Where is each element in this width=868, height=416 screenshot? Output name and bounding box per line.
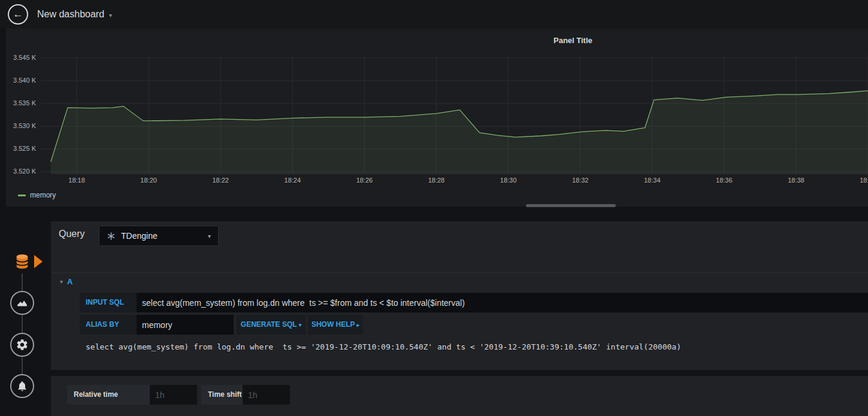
time-shift-input[interactable] <box>243 385 290 405</box>
x-axis-label: 18:26 <box>346 177 382 185</box>
generate-sql-label: GENERATE SQL <box>241 320 297 329</box>
collapse-caret-icon[interactable]: ▾ <box>60 278 63 285</box>
generated-sql-text: select avg(mem_system) from log.dn where… <box>86 342 681 351</box>
legend-color-dash <box>18 195 26 196</box>
dashboard-title-label: New dashboard <box>37 9 104 19</box>
x-axis-label: 18:32 <box>562 177 598 185</box>
database-icon <box>14 253 31 270</box>
x-axis-label: 18:28 <box>418 177 454 185</box>
y-axis-label: 3.535 K <box>6 99 36 108</box>
datasource-picker[interactable]: TDengine ▾ <box>99 226 219 246</box>
chevron-down-icon: ▾ <box>299 322 302 328</box>
x-axis-label: 18:40 <box>850 177 868 185</box>
x-axis-label: 18:18 <box>59 177 95 185</box>
legend-series-toggle[interactable]: memory <box>18 191 56 199</box>
top-navbar: ← New dashboard▾ <box>0 0 868 29</box>
graph-panel: Panel Title memory 3.545 K3.540 K3.535 K… <box>6 29 868 207</box>
back-button[interactable]: ← <box>8 4 28 25</box>
tab-queries[interactable] <box>10 250 34 274</box>
show-help-button[interactable]: SHOW HELP▸ <box>308 315 363 335</box>
datasource-name: TDengine <box>121 231 208 241</box>
panel-title[interactable]: Panel Title <box>554 36 592 45</box>
dashboard-title[interactable]: New dashboard▾ <box>37 0 112 29</box>
tab-general[interactable] <box>10 333 34 357</box>
gear-icon <box>16 338 29 351</box>
input-sql-label: INPUT SQL <box>80 293 137 312</box>
x-axis-label: 18:38 <box>778 177 814 185</box>
tab-alert[interactable] <box>10 374 34 398</box>
query-ref-id: A <box>67 277 72 286</box>
x-axis-label: 18:34 <box>634 177 670 185</box>
alias-by-field[interactable] <box>137 315 234 335</box>
y-axis-label: 3.540 K <box>6 77 36 85</box>
time-options-section: Relative time Time shift <box>51 376 868 416</box>
time-series-chart[interactable] <box>41 54 868 177</box>
graph-icon <box>16 296 29 309</box>
input-sql-field[interactable] <box>137 293 868 312</box>
relative-time-label: Relative time <box>67 385 150 405</box>
back-arrow-icon: ← <box>13 8 23 20</box>
y-axis-label: 3.525 K <box>6 145 36 153</box>
show-help-label: SHOW HELP <box>311 320 355 329</box>
chevron-right-icon: ▸ <box>357 322 360 328</box>
query-row-header[interactable]: ▾ A <box>51 272 868 290</box>
y-axis-label: 3.545 K <box>6 54 36 62</box>
query-editor-section: Query TDengine ▾ ▾ A INPUT SQL ALIAS BY … <box>51 221 868 370</box>
y-axis-label: 3.530 K <box>6 122 36 130</box>
y-axis-label: 3.520 K <box>6 168 36 176</box>
x-axis-label: 18:22 <box>202 177 238 185</box>
alias-by-label: ALIAS BY <box>80 315 137 335</box>
tab-visualization[interactable] <box>10 291 34 315</box>
tab-connector-line <box>22 262 23 386</box>
generate-sql-button[interactable]: GENERATE SQL▾ <box>237 315 306 335</box>
x-axis-label: 18:24 <box>274 177 310 185</box>
legend-label: memory <box>30 191 56 199</box>
tdengine-logo-icon <box>107 232 116 241</box>
query-section-heading: Query <box>59 229 85 239</box>
chevron-down-icon: ▾ <box>109 12 112 19</box>
x-axis-label: 18:20 <box>131 177 167 185</box>
time-shift-label: Time shift <box>201 385 243 405</box>
active-tab-arrow-icon <box>34 255 43 268</box>
x-axis-label: 18:30 <box>491 177 527 185</box>
horizontal-scrollbar-thumb[interactable] <box>526 204 616 207</box>
chevron-down-icon: ▾ <box>208 233 211 239</box>
relative-time-input[interactable] <box>150 385 197 405</box>
x-axis-label: 18:36 <box>706 177 742 185</box>
bell-icon <box>16 380 28 392</box>
